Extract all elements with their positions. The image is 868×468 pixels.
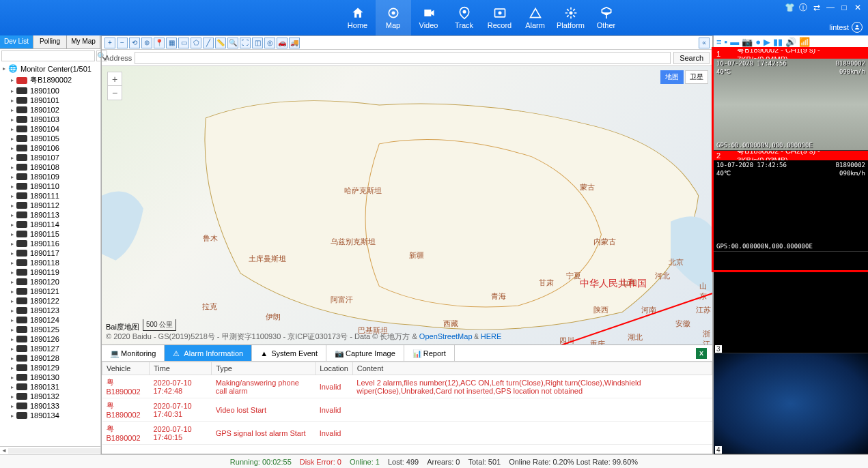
- device-item[interactable]: 1890133: [0, 401, 100, 411]
- tool-rect-icon[interactable]: ▭: [178, 38, 189, 48]
- export-excel-icon[interactable]: X: [696, 348, 707, 359]
- map-view[interactable]: 哈萨克斯坦蒙古黑龙江拉克土库曼斯坦乌兹别克斯坦伊朗阿富汗巴基斯坦新疆青海甘肃西藏…: [102, 66, 712, 345]
- device-item[interactable]: 1890127: [0, 344, 100, 353]
- sidebar-tab-0[interactable]: Dev List: [0, 35, 33, 48]
- device-item[interactable]: 1890107: [0, 153, 100, 162]
- nav-other[interactable]: Other: [589, 0, 624, 35]
- bottom-tab-0[interactable]: 💻Monitoring: [102, 345, 165, 361]
- bottom-tab-3[interactable]: 📷Capture Image: [326, 345, 404, 361]
- video-cell-4[interactable]: 4: [714, 353, 868, 455]
- device-item[interactable]: 1890126: [0, 334, 100, 344]
- video-cell-3[interactable]: 3: [714, 252, 868, 353]
- nav-track[interactable]: Track: [447, 0, 482, 35]
- device-item[interactable]: 1890103: [0, 115, 100, 124]
- device-item[interactable]: 1890116: [0, 239, 100, 248]
- bottom-tab-2[interactable]: ▲System Event: [252, 345, 326, 361]
- device-search-input[interactable]: [1, 50, 95, 61]
- grid1-icon[interactable]: ▪: [725, 37, 728, 47]
- map-badge-map[interactable]: 地图: [660, 70, 684, 84]
- device-item[interactable]: 1890117: [0, 248, 100, 258]
- device-item[interactable]: 1890134: [0, 411, 100, 420]
- bottom-tab-1[interactable]: ⚠Alarm Information: [165, 345, 252, 361]
- device-item[interactable]: 1890129: [0, 363, 100, 372]
- tool-plus-icon[interactable]: +: [104, 38, 115, 48]
- device-item[interactable]: 1890118: [0, 258, 100, 267]
- nav-map[interactable]: Map: [376, 0, 411, 35]
- device-item[interactable]: 1890125: [0, 325, 100, 334]
- osm-link[interactable]: OpenStreetMap: [419, 332, 473, 340]
- nav-record[interactable]: Record: [482, 0, 518, 35]
- menu-icon[interactable]: ≡: [716, 37, 722, 47]
- zoom-out-icon[interactable]: −: [108, 86, 122, 100]
- maximize-icon[interactable]: □: [839, 3, 849, 12]
- map-badge-satellite[interactable]: 卫星: [685, 70, 708, 84]
- device-item[interactable]: 1890122: [0, 296, 100, 306]
- tool-aim-icon[interactable]: ◎: [264, 38, 275, 48]
- zoom-in-icon[interactable]: +: [108, 72, 122, 86]
- swap-icon[interactable]: ⇄: [812, 3, 822, 12]
- device-item[interactable]: 1890110: [0, 181, 100, 191]
- device-item[interactable]: 1890108: [0, 162, 100, 172]
- device-item[interactable]: 1890114: [0, 220, 100, 229]
- here-link[interactable]: HERE: [481, 332, 502, 340]
- bottom-tab-4[interactable]: 📊Report: [404, 345, 455, 361]
- device-item[interactable]: 1890102: [0, 105, 100, 115]
- search-button[interactable]: Search: [673, 52, 710, 64]
- signal-icon[interactable]: 📶: [799, 37, 810, 47]
- device-item[interactable]: 1890115: [0, 229, 100, 239]
- tree-root[interactable]: 🌐 Monitor Center(1/501: [0, 63, 100, 74]
- tool-minus-icon[interactable]: −: [117, 38, 128, 48]
- tool-truck-icon[interactable]: 🚚: [289, 38, 300, 48]
- device-item[interactable]: 1890101: [0, 96, 100, 105]
- tool-poly-icon[interactable]: ⬠: [191, 38, 201, 48]
- close-icon[interactable]: ✕: [853, 3, 863, 12]
- address-input[interactable]: [135, 52, 671, 64]
- alarm-row[interactable]: 粤B18900022020-07-10 17:40:31Video lost S…: [102, 398, 712, 422]
- nav-video[interactable]: Video: [411, 0, 447, 35]
- minimize-icon[interactable]: —: [826, 3, 835, 12]
- user-info[interactable]: lintest: [829, 22, 863, 33]
- device-item[interactable]: 1890104: [0, 124, 100, 134]
- record-icon[interactable]: ●: [755, 37, 761, 47]
- shirt-icon[interactable]: 👕: [785, 3, 794, 12]
- device-item[interactable]: 1890121: [0, 287, 100, 296]
- device-item[interactable]: 1890100: [0, 86, 100, 96]
- device-item[interactable]: 1890131: [0, 382, 100, 392]
- nav-alarm[interactable]: Alarm: [518, 0, 553, 35]
- device-item[interactable]: 1890119: [0, 267, 100, 277]
- device-item[interactable]: 1890113: [0, 210, 100, 220]
- grid4-icon[interactable]: ▬: [730, 37, 739, 47]
- tool-panel-icon[interactable]: ◫: [252, 38, 263, 48]
- tool-collapse-icon[interactable]: «: [699, 38, 710, 48]
- tool-line-icon[interactable]: ╱: [203, 38, 214, 48]
- device-item[interactable]: 1890106: [0, 143, 100, 153]
- device-item[interactable]: 1890120: [0, 277, 100, 287]
- alarm-row[interactable]: 粤B18900022020-07-10 17:42:48Making/answe…: [102, 375, 712, 398]
- device-item[interactable]: 1890128: [0, 353, 100, 363]
- tool-car-icon[interactable]: 🚗: [277, 38, 288, 48]
- tool-search-icon[interactable]: 🔍: [227, 38, 238, 48]
- device-item[interactable]: 1890132: [0, 392, 100, 401]
- tool-ruler-icon[interactable]: 📏: [215, 38, 226, 48]
- device-item[interactable]: 1890109: [0, 172, 100, 181]
- device-item[interactable]: 1890123: [0, 306, 100, 315]
- device-item[interactable]: 1890111: [0, 191, 100, 201]
- video-cell-2[interactable]: 2粤B1890002 - CH2(9 s) - 3KB/s(0.03MB)10-…: [714, 151, 868, 252]
- play-icon[interactable]: ▶: [764, 37, 770, 47]
- info-icon[interactable]: ⓘ: [798, 3, 808, 12]
- sidebar-tab-2[interactable]: My Map: [67, 35, 100, 48]
- tool-grid-icon[interactable]: ▦: [166, 38, 177, 48]
- device-item[interactable]: 1890112: [0, 201, 100, 210]
- device-item[interactable]: 1890105: [0, 134, 100, 143]
- device-item[interactable]: 1890130: [0, 372, 100, 382]
- device-item[interactable]: 粤B1890002: [0, 74, 100, 86]
- sidebar-hscroll[interactable]: [0, 446, 100, 454]
- alarm-row[interactable]: 粤B18900022020-07-10 17:40:15GPS signal l…: [102, 422, 712, 445]
- camera-icon[interactable]: 📷: [742, 37, 753, 47]
- nav-home[interactable]: Home: [340, 0, 376, 35]
- video-cell-1[interactable]: 1粤B1890002 - CH1(9 s) - 7KB/s(0.04MB)10-…: [714, 49, 868, 151]
- tool-pin-icon[interactable]: 📍: [154, 38, 165, 48]
- nav-platform[interactable]: Platform: [553, 0, 589, 35]
- tool-refresh-icon[interactable]: ⟲: [129, 38, 140, 48]
- tool-full-icon[interactable]: ⛶: [240, 38, 251, 48]
